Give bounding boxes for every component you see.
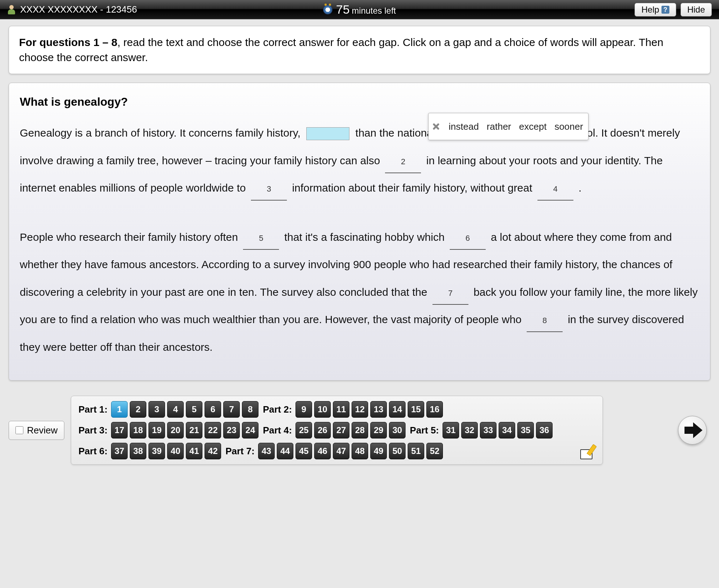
close-icon[interactable] bbox=[431, 122, 441, 131]
question-nav-1[interactable]: 1 bbox=[111, 401, 128, 418]
question-nav-45[interactable]: 45 bbox=[296, 443, 312, 459]
question-nav-9[interactable]: 9 bbox=[296, 401, 312, 418]
question-nav-20[interactable]: 20 bbox=[167, 422, 184, 438]
question-nav-36[interactable]: 36 bbox=[536, 422, 553, 438]
question-nav-5[interactable]: 5 bbox=[186, 401, 202, 418]
question-nav-32[interactable]: 32 bbox=[461, 422, 478, 438]
choice-option[interactable]: except bbox=[519, 115, 547, 138]
question-nav-38[interactable]: 38 bbox=[130, 443, 146, 459]
question-nav-14[interactable]: 14 bbox=[389, 401, 406, 418]
question-nav-3[interactable]: 3 bbox=[148, 401, 165, 418]
text-seg: that it's a fascinating hobby which bbox=[284, 231, 448, 243]
gap-1[interactable] bbox=[306, 127, 349, 140]
gap-2[interactable]: 2 bbox=[385, 152, 421, 173]
question-nav-28[interactable]: 28 bbox=[352, 422, 368, 438]
question-nav-11[interactable]: 11 bbox=[333, 401, 349, 418]
question-nav-33[interactable]: 33 bbox=[480, 422, 496, 438]
user-name: XXXX XXXXXXXX - 123456 bbox=[20, 4, 137, 15]
gap-7[interactable]: 7 bbox=[432, 283, 468, 305]
question-nav-41[interactable]: 41 bbox=[186, 443, 202, 459]
timer-value: 75 bbox=[336, 3, 350, 17]
question-nav-50[interactable]: 50 bbox=[389, 443, 406, 459]
choice-option[interactable]: instead bbox=[449, 115, 479, 138]
question-nav-15[interactable]: 15 bbox=[408, 401, 424, 418]
clock-icon bbox=[323, 5, 333, 14]
question-nav-10[interactable]: 10 bbox=[314, 401, 331, 418]
question-nav-24[interactable]: 24 bbox=[242, 422, 258, 438]
question-nav-34[interactable]: 34 bbox=[499, 422, 515, 438]
question-nav-19[interactable]: 19 bbox=[148, 422, 165, 438]
question-nav-48[interactable]: 48 bbox=[352, 443, 368, 459]
gap-6[interactable]: 6 bbox=[450, 228, 486, 250]
gap-5[interactable]: 5 bbox=[243, 228, 279, 250]
gap-8[interactable]: 8 bbox=[527, 311, 563, 332]
question-nav-2[interactable]: 2 bbox=[130, 401, 146, 418]
question-nav-12[interactable]: 12 bbox=[352, 401, 368, 418]
question-nav-30[interactable]: 30 bbox=[389, 422, 406, 438]
question-nav-31[interactable]: 31 bbox=[443, 422, 459, 438]
review-checkbox[interactable]: Review bbox=[9, 421, 64, 440]
review-checkbox-input[interactable] bbox=[15, 426, 23, 434]
question-nav-13[interactable]: 13 bbox=[370, 401, 387, 418]
question-nav-25[interactable]: 25 bbox=[296, 422, 312, 438]
gap-choice-popup: instead rather except sooner bbox=[428, 113, 589, 140]
question-nav-49[interactable]: 49 bbox=[370, 443, 387, 459]
user-icon bbox=[7, 5, 16, 14]
part-label: Part 4: bbox=[263, 425, 292, 436]
choice-option[interactable]: rather bbox=[487, 115, 511, 138]
question-nav-29[interactable]: 29 bbox=[370, 422, 387, 438]
instructions-panel: For questions 1 – 8, read the text and c… bbox=[9, 26, 710, 74]
next-button[interactable] bbox=[678, 416, 707, 445]
question-nav-46[interactable]: 46 bbox=[314, 443, 331, 459]
question-nav-8[interactable]: 8 bbox=[242, 401, 258, 418]
part-label: Part 5: bbox=[410, 425, 439, 436]
question-nav-44[interactable]: 44 bbox=[277, 443, 293, 459]
help-icon: ? bbox=[661, 6, 669, 14]
help-button[interactable]: Help ? bbox=[635, 3, 676, 17]
question-nav-6[interactable]: 6 bbox=[205, 401, 221, 418]
question-nav-35[interactable]: 35 bbox=[517, 422, 534, 438]
passage-body: instead rather except sooner Genealogy i… bbox=[20, 119, 699, 361]
question-nav-7[interactable]: 7 bbox=[223, 401, 240, 418]
question-nav-40[interactable]: 40 bbox=[167, 443, 184, 459]
question-nav-52[interactable]: 52 bbox=[426, 443, 443, 459]
question-nav-51[interactable]: 51 bbox=[408, 443, 424, 459]
question-nav-16[interactable]: 16 bbox=[426, 401, 443, 418]
question-nav-panel: Part 1:12345678Part 2:910111213141516Par… bbox=[71, 396, 603, 465]
question-nav-27[interactable]: 27 bbox=[333, 422, 349, 438]
text-seg: information about their family history, … bbox=[292, 182, 535, 194]
question-nav-23[interactable]: 23 bbox=[223, 422, 240, 438]
part-label: Part 1: bbox=[78, 404, 107, 415]
text-seg: Genealogy is a branch of history. It con… bbox=[20, 127, 303, 139]
question-nav-22[interactable]: 22 bbox=[205, 422, 221, 438]
timer-label: minutes left bbox=[352, 6, 396, 16]
question-nav-26[interactable]: 26 bbox=[314, 422, 331, 438]
top-bar: XXXX XXXXXXXX - 123456 75 minutes left H… bbox=[0, 0, 719, 19]
choice-option[interactable]: sooner bbox=[554, 115, 583, 138]
gap-4[interactable]: 4 bbox=[537, 179, 573, 201]
question-nav-4[interactable]: 4 bbox=[167, 401, 184, 418]
reading-panel: What is genealogy? instead rather except… bbox=[9, 83, 710, 381]
question-nav-47[interactable]: 47 bbox=[333, 443, 349, 459]
question-nav-21[interactable]: 21 bbox=[186, 422, 202, 438]
help-label: Help bbox=[641, 5, 659, 15]
text-seg: People who research their family history… bbox=[20, 231, 241, 243]
question-nav-39[interactable]: 39 bbox=[148, 443, 165, 459]
question-nav-42[interactable]: 42 bbox=[205, 443, 221, 459]
instructions-bold: For questions 1 – 8 bbox=[19, 36, 117, 48]
question-nav-18[interactable]: 18 bbox=[130, 422, 146, 438]
timer: 75 minutes left bbox=[323, 3, 396, 17]
part-label: Part 2: bbox=[263, 404, 292, 415]
text-seg: . bbox=[578, 182, 581, 194]
question-nav-17[interactable]: 17 bbox=[111, 422, 128, 438]
question-nav-43[interactable]: 43 bbox=[258, 443, 275, 459]
pencil-icon[interactable] bbox=[580, 445, 595, 459]
gap-3[interactable]: 3 bbox=[251, 179, 287, 201]
part-label: Part 6: bbox=[78, 446, 107, 457]
hide-button[interactable]: Hide bbox=[681, 3, 712, 17]
part-label: Part 3: bbox=[78, 425, 107, 436]
part-label: Part 7: bbox=[225, 446, 255, 457]
passage-title: What is genealogy? bbox=[20, 95, 699, 109]
question-nav-37[interactable]: 37 bbox=[111, 443, 128, 459]
review-label: Review bbox=[27, 425, 58, 436]
